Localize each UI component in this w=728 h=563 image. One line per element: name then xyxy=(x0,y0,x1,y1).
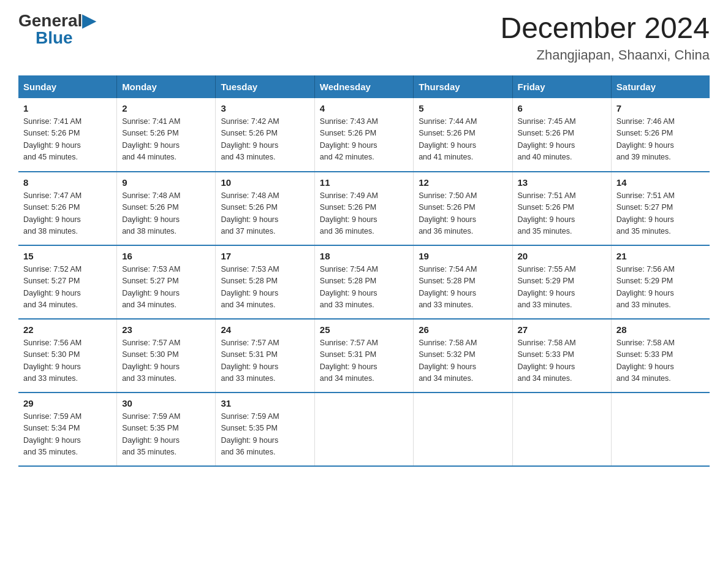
day-info: Sunrise: 7:59 AMSunset: 5:35 PMDaylight:… xyxy=(221,411,309,459)
day-info: Sunrise: 7:59 AMSunset: 5:34 PMDaylight:… xyxy=(23,411,112,459)
day-number: 28 xyxy=(616,324,705,335)
day-cell: 1Sunrise: 7:41 AMSunset: 5:26 PMDaylight… xyxy=(18,98,117,172)
week-row: 1Sunrise: 7:41 AMSunset: 5:26 PMDaylight… xyxy=(18,98,710,172)
page-header: General▶ Blue December 2024 Zhangjiapan,… xyxy=(18,12,710,63)
day-cell: 26Sunrise: 7:58 AMSunset: 5:32 PMDayligh… xyxy=(414,319,512,393)
day-cell: 6Sunrise: 7:45 AMSunset: 5:26 PMDaylight… xyxy=(512,98,611,172)
day-info: Sunrise: 7:42 AMSunset: 5:26 PMDaylight:… xyxy=(221,116,309,164)
day-cell: 23Sunrise: 7:57 AMSunset: 5:30 PMDayligh… xyxy=(117,319,216,393)
day-number: 27 xyxy=(518,324,606,335)
day-number: 29 xyxy=(23,398,112,408)
calendar-table: SundayMondayTuesdayWednesdayThursdayFrid… xyxy=(18,75,710,467)
day-cell: 10Sunrise: 7:48 AMSunset: 5:26 PMDayligh… xyxy=(216,172,314,245)
day-info: Sunrise: 7:57 AMSunset: 5:31 PMDaylight:… xyxy=(221,337,309,385)
day-info: Sunrise: 7:53 AMSunset: 5:27 PMDaylight:… xyxy=(122,264,210,312)
day-cell: 9Sunrise: 7:48 AMSunset: 5:26 PMDaylight… xyxy=(117,172,216,245)
day-number: 30 xyxy=(122,398,210,408)
day-cell: 2Sunrise: 7:41 AMSunset: 5:26 PMDaylight… xyxy=(117,98,216,172)
day-cell: 12Sunrise: 7:50 AMSunset: 5:26 PMDayligh… xyxy=(414,172,512,245)
day-number: 7 xyxy=(616,103,705,113)
day-cell: 4Sunrise: 7:43 AMSunset: 5:26 PMDaylight… xyxy=(314,98,413,172)
day-number: 22 xyxy=(23,324,112,335)
week-row: 29Sunrise: 7:59 AMSunset: 5:34 PMDayligh… xyxy=(18,393,710,466)
col-header-tuesday: Tuesday xyxy=(216,75,314,98)
col-header-wednesday: Wednesday xyxy=(314,75,413,98)
day-number: 3 xyxy=(221,103,309,113)
day-info: Sunrise: 7:44 AMSunset: 5:26 PMDaylight:… xyxy=(419,116,507,164)
day-cell: 5Sunrise: 7:44 AMSunset: 5:26 PMDaylight… xyxy=(414,98,512,172)
day-cell: 18Sunrise: 7:54 AMSunset: 5:28 PMDayligh… xyxy=(314,245,413,319)
day-cell: 25Sunrise: 7:57 AMSunset: 5:31 PMDayligh… xyxy=(314,319,413,393)
day-info: Sunrise: 7:49 AMSunset: 5:26 PMDaylight:… xyxy=(320,190,408,238)
day-number: 12 xyxy=(419,177,507,188)
day-cell: 13Sunrise: 7:51 AMSunset: 5:26 PMDayligh… xyxy=(512,172,611,245)
day-number: 31 xyxy=(221,398,309,408)
day-cell xyxy=(512,393,611,466)
col-header-saturday: Saturday xyxy=(611,75,710,98)
day-info: Sunrise: 7:54 AMSunset: 5:28 PMDaylight:… xyxy=(320,264,408,312)
day-cell xyxy=(414,393,512,466)
day-number: 21 xyxy=(616,251,705,261)
day-cell: 11Sunrise: 7:49 AMSunset: 5:26 PMDayligh… xyxy=(314,172,413,245)
day-info: Sunrise: 7:45 AMSunset: 5:26 PMDaylight:… xyxy=(518,116,606,164)
day-number: 13 xyxy=(518,177,606,188)
day-number: 9 xyxy=(122,177,210,188)
day-info: Sunrise: 7:41 AMSunset: 5:26 PMDaylight:… xyxy=(122,116,210,164)
day-number: 4 xyxy=(320,103,408,113)
title-area: December 2024 Zhangjiapan, Shaanxi, Chin… xyxy=(500,12,710,63)
day-info: Sunrise: 7:51 AMSunset: 5:27 PMDaylight:… xyxy=(616,190,705,238)
week-row: 15Sunrise: 7:52 AMSunset: 5:27 PMDayligh… xyxy=(18,245,710,319)
day-number: 6 xyxy=(518,103,606,113)
day-cell: 30Sunrise: 7:59 AMSunset: 5:35 PMDayligh… xyxy=(117,393,216,466)
day-info: Sunrise: 7:46 AMSunset: 5:26 PMDaylight:… xyxy=(616,116,705,164)
day-info: Sunrise: 7:53 AMSunset: 5:28 PMDaylight:… xyxy=(221,264,309,312)
day-cell: 31Sunrise: 7:59 AMSunset: 5:35 PMDayligh… xyxy=(216,393,314,466)
day-cell: 29Sunrise: 7:59 AMSunset: 5:34 PMDayligh… xyxy=(18,393,117,466)
calendar-header: SundayMondayTuesdayWednesdayThursdayFrid… xyxy=(18,75,710,98)
day-cell xyxy=(611,393,710,466)
day-info: Sunrise: 7:54 AMSunset: 5:28 PMDaylight:… xyxy=(419,264,507,312)
day-info: Sunrise: 7:50 AMSunset: 5:26 PMDaylight:… xyxy=(419,190,507,238)
day-info: Sunrise: 7:47 AMSunset: 5:26 PMDaylight:… xyxy=(23,190,112,238)
day-number: 24 xyxy=(221,324,309,335)
day-info: Sunrise: 7:59 AMSunset: 5:35 PMDaylight:… xyxy=(122,411,210,459)
day-info: Sunrise: 7:58 AMSunset: 5:33 PMDaylight:… xyxy=(616,337,705,385)
day-info: Sunrise: 7:57 AMSunset: 5:30 PMDaylight:… xyxy=(122,337,210,385)
day-cell: 21Sunrise: 7:56 AMSunset: 5:29 PMDayligh… xyxy=(611,245,710,319)
header-row: SundayMondayTuesdayWednesdayThursdayFrid… xyxy=(18,75,710,98)
day-number: 17 xyxy=(221,251,309,261)
day-cell: 20Sunrise: 7:55 AMSunset: 5:29 PMDayligh… xyxy=(512,245,611,319)
day-number: 20 xyxy=(518,251,606,261)
day-cell xyxy=(314,393,413,466)
day-info: Sunrise: 7:41 AMSunset: 5:26 PMDaylight:… xyxy=(23,116,112,164)
day-info: Sunrise: 7:55 AMSunset: 5:29 PMDaylight:… xyxy=(518,264,606,312)
day-info: Sunrise: 7:48 AMSunset: 5:26 PMDaylight:… xyxy=(221,190,309,238)
col-header-thursday: Thursday xyxy=(414,75,512,98)
page-subtitle: Zhangjiapan, Shaanxi, China xyxy=(500,47,710,63)
day-info: Sunrise: 7:48 AMSunset: 5:26 PMDaylight:… xyxy=(122,190,210,238)
day-info: Sunrise: 7:56 AMSunset: 5:30 PMDaylight:… xyxy=(23,337,112,385)
logo: General▶ Blue xyxy=(18,12,96,47)
day-number: 5 xyxy=(419,103,507,113)
day-cell: 17Sunrise: 7:53 AMSunset: 5:28 PMDayligh… xyxy=(216,245,314,319)
day-cell: 22Sunrise: 7:56 AMSunset: 5:30 PMDayligh… xyxy=(18,319,117,393)
day-cell: 7Sunrise: 7:46 AMSunset: 5:26 PMDaylight… xyxy=(611,98,710,172)
logo-general-text: General▶ xyxy=(18,12,96,29)
day-number: 1 xyxy=(23,103,112,113)
page-title: December 2024 xyxy=(500,12,710,45)
day-cell: 27Sunrise: 7:58 AMSunset: 5:33 PMDayligh… xyxy=(512,319,611,393)
day-number: 14 xyxy=(616,177,705,188)
day-number: 10 xyxy=(221,177,309,188)
day-info: Sunrise: 7:58 AMSunset: 5:32 PMDaylight:… xyxy=(419,337,507,385)
day-number: 15 xyxy=(23,251,112,261)
day-cell: 16Sunrise: 7:53 AMSunset: 5:27 PMDayligh… xyxy=(117,245,216,319)
day-info: Sunrise: 7:58 AMSunset: 5:33 PMDaylight:… xyxy=(518,337,606,385)
col-header-sunday: Sunday xyxy=(18,75,117,98)
col-header-friday: Friday xyxy=(512,75,611,98)
day-cell: 19Sunrise: 7:54 AMSunset: 5:28 PMDayligh… xyxy=(414,245,512,319)
day-cell: 14Sunrise: 7:51 AMSunset: 5:27 PMDayligh… xyxy=(611,172,710,245)
day-number: 23 xyxy=(122,324,210,335)
day-cell: 28Sunrise: 7:58 AMSunset: 5:33 PMDayligh… xyxy=(611,319,710,393)
day-cell: 3Sunrise: 7:42 AMSunset: 5:26 PMDaylight… xyxy=(216,98,314,172)
logo-blue-text: Blue xyxy=(36,29,73,47)
